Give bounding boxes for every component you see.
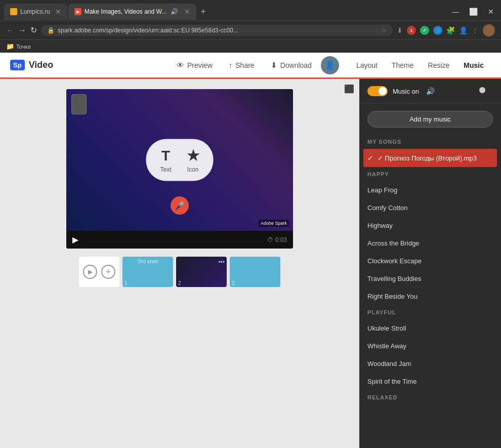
layout-nav-item[interactable]: Layout — [349, 58, 385, 72]
music-toggle[interactable] — [367, 86, 388, 96]
text-tool-label: Text — [160, 166, 171, 173]
url-input[interactable]: 🔒 spark.adobe.com/sp/design/video/urn:aa… — [41, 25, 393, 36]
tab-adobe-close[interactable]: ✕ — [184, 8, 190, 16]
bookmark-folder[interactable]: 📁 Точка — [6, 43, 31, 50]
icon-tool-label: Icon — [187, 166, 199, 173]
video-controls: ▶ ⏱ 0:03 — [66, 231, 293, 249]
profile-avatar[interactable] — [483, 24, 495, 36]
forward-button[interactable]: → — [18, 26, 26, 35]
minimize-button[interactable]: — — [449, 8, 462, 16]
header-nav: 👁 Preview ↑ Share ⬇ Download 👤 — [170, 56, 339, 74]
song-whistle-away[interactable]: Whistle Away — [359, 337, 501, 355]
filmstrip-play-button[interactable]: ▶ — [83, 265, 97, 279]
back-button[interactable]: ← — [6, 26, 14, 35]
theme-nav-item[interactable]: Theme — [385, 58, 421, 72]
selected-song-item[interactable]: ✓ ✓ Прогноз Погоды (Второй).mp3 — [363, 149, 497, 167]
preview-icon: 👁 — [177, 61, 184, 69]
share-icon: ↑ — [229, 61, 233, 69]
lumpics-favicon — [10, 8, 17, 15]
add-music-button[interactable]: Add my music — [367, 111, 493, 128]
filmstrip-clip-3[interactable]: 3 — [230, 257, 280, 287]
volume-knob — [479, 87, 485, 93]
toolbar-icons: ⬇ 1 ✓ 🌐 🧩 👤 ⋮ — [397, 24, 495, 36]
bookmark-label: Точка — [16, 44, 31, 50]
filmstrip-clip-1[interactable]: Это клип 1 — [122, 257, 173, 287]
close-window-button[interactable]: ✕ — [485, 8, 497, 16]
song-leap-frog[interactable]: Leap Frog — [359, 181, 501, 199]
clip3-number: 3 — [232, 280, 235, 286]
happy-section-header: HAPPY — [359, 167, 501, 181]
tab-bar: Lumpics.ru ✕ ▶ Make Images, Videos and W… — [0, 0, 501, 20]
song-ukulele-stroll[interactable]: Ukulele Stroll — [359, 319, 501, 337]
filmstrip-controls: ▶ + — [79, 257, 119, 287]
song-spirit-of-time[interactable]: Spirit of the Time — [359, 373, 501, 390]
sound-icon: 🔊 — [171, 8, 178, 15]
app-logo: Sp Video — [10, 60, 53, 70]
text-tool[interactable]: T Text — [160, 147, 171, 173]
new-tab-button[interactable]: + — [200, 7, 206, 17]
playful-section-header: PLAYFUL — [359, 305, 501, 319]
url-icons: ☆ — [381, 27, 387, 34]
clip2-more-icon[interactable]: ••• — [218, 259, 225, 266]
tab-adobe[interactable]: ▶ Make Images, Videos and W... 🔊 ✕ — [68, 4, 197, 20]
extensions-icon[interactable]: 🧩 — [446, 26, 455, 34]
tab-lumpics-close[interactable]: ✕ — [55, 8, 61, 16]
filmstrip-add-button[interactable]: + — [101, 265, 115, 279]
tab-lumpics[interactable]: Lumpics.ru ✕ — [4, 4, 67, 20]
ext-blue-icon[interactable]: 🌐 — [433, 26, 442, 35]
my-songs-header: MY SONGS — [359, 135, 501, 149]
account-icon[interactable]: 👤 — [459, 26, 468, 34]
ext-green-icon[interactable]: ✓ — [420, 26, 429, 35]
highway-label: Highway — [367, 222, 393, 229]
downloads-icon[interactable]: ⬇ — [397, 26, 403, 34]
song-across-bridge[interactable]: Across the Bridge — [359, 234, 501, 252]
bookmark-bar: 📁 Точка — [0, 39, 501, 53]
adobe-favicon: ▶ — [74, 8, 81, 15]
icon-tool[interactable]: ★ Icon — [187, 147, 199, 173]
song-woodland-jam[interactable]: Woodland Jam — [359, 355, 501, 373]
star-icon[interactable]: ☆ — [381, 27, 387, 34]
icon-tool-icon: ★ — [187, 147, 199, 164]
song-highway[interactable]: Highway — [359, 217, 501, 234]
time-value: 0:03 — [275, 236, 287, 243]
sp-badge: Sp — [10, 60, 25, 70]
right-nav: Layout Theme Resize Music — [349, 58, 491, 72]
whistle-away-label: Whistle Away — [367, 342, 406, 350]
time-display: ⏱ 0:03 — [267, 236, 287, 243]
video-frame: T Text ★ Icon 🎤 Adobe Spark — [66, 89, 293, 231]
volume-icon: 🔊 — [426, 87, 435, 95]
url-text: spark.adobe.com/sp/design/video/urn:aaid… — [58, 27, 378, 34]
mic-icon: 🎤 — [175, 201, 185, 211]
song-check-icon: ✓ — [367, 154, 373, 162]
mic-button[interactable]: 🎤 — [171, 196, 189, 215]
maximize-button[interactable]: ⬜ — [466, 8, 481, 16]
travelling-buddies-label: Travelling Buddies — [367, 275, 421, 282]
resize-nav-item[interactable]: Resize — [421, 58, 457, 72]
download-label: Download — [280, 61, 312, 69]
tab-adobe-label: Make Images, Videos and W... — [85, 8, 167, 15]
play-button[interactable]: ▶ — [72, 235, 78, 245]
address-bar: ← → ↻ 🔒 spark.adobe.com/sp/design/video/… — [0, 20, 501, 39]
music-nav-item[interactable]: Music — [456, 58, 491, 72]
refresh-button[interactable]: ↻ — [30, 25, 37, 35]
share-button[interactable]: ↑ Share — [222, 58, 262, 72]
download-button[interactable]: ⬇ Download — [264, 58, 319, 73]
music-controls-header: Music on 🔊 — [359, 79, 501, 104]
browser-chrome: Lumpics.ru ✕ ▶ Make Images, Videos and W… — [0, 0, 501, 53]
preview-button[interactable]: 👁 Preview — [170, 58, 220, 72]
song-travelling-buddies[interactable]: Travelling Buddies — [359, 270, 501, 288]
filmstrip-clip-2[interactable]: 2 ••• — [176, 257, 227, 287]
song-clockwork-escape[interactable]: Clockwork Escape — [359, 252, 501, 270]
folder-icon: 📁 — [6, 43, 14, 50]
song-right-beside-you[interactable]: Right Beside You — [359, 288, 501, 305]
song-comfy-cotton[interactable]: Comfy Cotton — [359, 199, 501, 217]
leap-frog-label: Leap Frog — [367, 186, 397, 194]
editor-area: ⬛ T Text ★ — [0, 79, 359, 448]
across-bridge-label: Across the Bridge — [367, 239, 420, 247]
ext-red-icon[interactable]: 1 — [407, 26, 416, 35]
video-player: T Text ★ Icon 🎤 Adobe Spark — [66, 89, 293, 249]
menu-icon[interactable]: ⋮ — [472, 26, 479, 34]
user-button[interactable]: 👤 — [321, 56, 339, 74]
clip1-number: 1 — [124, 280, 128, 286]
clock-icon: ⏱ — [267, 236, 273, 243]
